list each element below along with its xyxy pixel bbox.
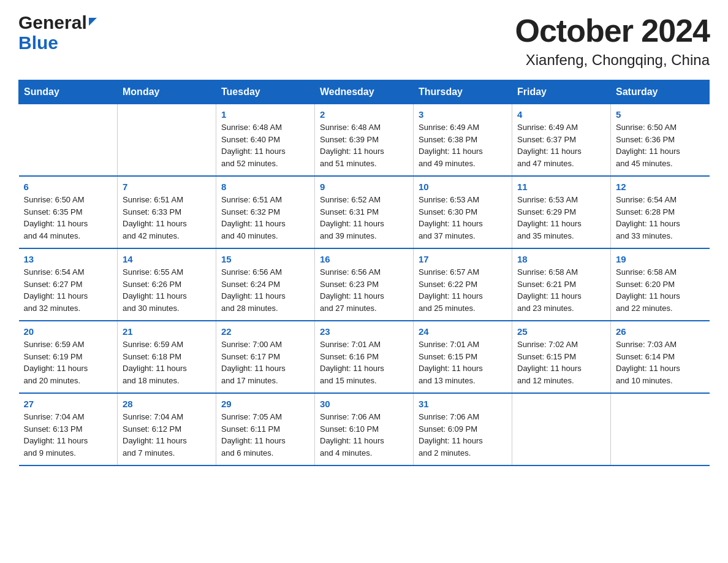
calendar-week-4: 20Sunrise: 6:59 AM Sunset: 6:19 PM Dayli… (19, 321, 710, 393)
calendar-cell: 19Sunrise: 6:58 AM Sunset: 6:20 PM Dayli… (611, 248, 710, 321)
day-info: Sunrise: 6:54 AM Sunset: 6:28 PM Dayligh… (616, 194, 705, 242)
calendar-cell (118, 104, 216, 177)
day-number: 30 (320, 399, 408, 409)
day-number: 15 (221, 254, 309, 264)
calendar-cell: 26Sunrise: 7:03 AM Sunset: 6:14 PM Dayli… (611, 321, 710, 393)
calendar-cell: 27Sunrise: 7:04 AM Sunset: 6:13 PM Dayli… (19, 393, 118, 465)
calendar-cell: 1Sunrise: 6:48 AM Sunset: 6:40 PM Daylig… (216, 104, 315, 177)
day-number: 22 (221, 326, 309, 337)
day-info: Sunrise: 7:06 AM Sunset: 6:10 PM Dayligh… (320, 411, 408, 459)
day-info: Sunrise: 7:01 AM Sunset: 6:15 PM Dayligh… (419, 339, 507, 386)
day-number: 24 (419, 326, 507, 337)
day-info: Sunrise: 6:48 AM Sunset: 6:39 PM Dayligh… (320, 121, 408, 169)
calendar-cell: 16Sunrise: 6:56 AM Sunset: 6:23 PM Dayli… (315, 248, 414, 321)
calendar-cell: 22Sunrise: 7:00 AM Sunset: 6:17 PM Dayli… (216, 321, 315, 393)
header-monday: Monday (118, 80, 216, 104)
calendar-cell: 21Sunrise: 6:59 AM Sunset: 6:18 PM Dayli… (118, 321, 216, 393)
calendar-cell: 17Sunrise: 6:57 AM Sunset: 6:22 PM Dayli… (414, 248, 512, 321)
day-number: 28 (123, 399, 211, 409)
day-info: Sunrise: 6:58 AM Sunset: 6:20 PM Dayligh… (616, 266, 705, 314)
logo: General Blue (18, 12, 97, 53)
header-thursday: Thursday (414, 80, 512, 104)
calendar-cell: 25Sunrise: 7:02 AM Sunset: 6:15 PM Dayli… (512, 321, 611, 393)
calendar-cell (611, 393, 710, 465)
day-number: 5 (616, 109, 705, 120)
calendar-cell: 24Sunrise: 7:01 AM Sunset: 6:15 PM Dayli… (414, 321, 512, 393)
day-number: 13 (24, 254, 113, 264)
day-info: Sunrise: 6:48 AM Sunset: 6:40 PM Dayligh… (221, 121, 309, 169)
day-info: Sunrise: 6:53 AM Sunset: 6:30 PM Dayligh… (419, 194, 507, 242)
day-info: Sunrise: 6:59 AM Sunset: 6:19 PM Dayligh… (24, 339, 113, 386)
day-info: Sunrise: 7:03 AM Sunset: 6:14 PM Dayligh… (616, 339, 705, 386)
day-info: Sunrise: 6:51 AM Sunset: 6:32 PM Dayligh… (221, 194, 309, 242)
day-number: 29 (221, 399, 309, 409)
day-info: Sunrise: 6:52 AM Sunset: 6:31 PM Dayligh… (320, 194, 408, 242)
day-number: 27 (24, 399, 113, 409)
day-number: 1 (221, 109, 309, 120)
calendar-cell: 7Sunrise: 6:51 AM Sunset: 6:33 PM Daylig… (118, 176, 216, 248)
calendar-cell: 31Sunrise: 7:06 AM Sunset: 6:09 PM Dayli… (414, 393, 512, 465)
day-number: 26 (616, 326, 705, 337)
day-number: 8 (221, 182, 309, 192)
day-number: 12 (616, 182, 705, 192)
page-subtitle: Xianfeng, Chongqing, China (515, 52, 710, 69)
calendar-cell: 29Sunrise: 7:05 AM Sunset: 6:11 PM Dayli… (216, 393, 315, 465)
calendar-cell: 13Sunrise: 6:54 AM Sunset: 6:27 PM Dayli… (19, 248, 118, 321)
calendar-cell: 18Sunrise: 6:58 AM Sunset: 6:21 PM Dayli… (512, 248, 611, 321)
header-wednesday: Wednesday (315, 80, 414, 104)
day-number: 10 (419, 182, 507, 192)
day-info: Sunrise: 6:56 AM Sunset: 6:24 PM Dayligh… (221, 266, 309, 314)
day-number: 4 (517, 109, 605, 120)
day-info: Sunrise: 6:50 AM Sunset: 6:36 PM Dayligh… (616, 121, 705, 169)
day-info: Sunrise: 6:58 AM Sunset: 6:21 PM Dayligh… (517, 266, 605, 314)
day-info: Sunrise: 7:00 AM Sunset: 6:17 PM Dayligh… (221, 339, 309, 386)
day-info: Sunrise: 6:56 AM Sunset: 6:23 PM Dayligh… (320, 266, 408, 314)
title-section: October 2024 Xianfeng, Chongqing, China (515, 12, 710, 69)
day-info: Sunrise: 6:53 AM Sunset: 6:29 PM Dayligh… (517, 194, 605, 242)
logo-general-text: General (18, 12, 87, 33)
day-number: 16 (320, 254, 408, 264)
header-tuesday: Tuesday (216, 80, 315, 104)
logo-triangle-icon (89, 18, 97, 26)
calendar-cell: 12Sunrise: 6:54 AM Sunset: 6:28 PM Dayli… (611, 176, 710, 248)
calendar-cell: 5Sunrise: 6:50 AM Sunset: 6:36 PM Daylig… (611, 104, 710, 177)
day-number: 18 (517, 254, 605, 264)
day-info: Sunrise: 7:06 AM Sunset: 6:09 PM Dayligh… (419, 411, 507, 459)
day-number: 6 (24, 182, 113, 192)
calendar-cell: 2Sunrise: 6:48 AM Sunset: 6:39 PM Daylig… (315, 104, 414, 177)
day-number: 3 (419, 109, 507, 120)
calendar-cell: 8Sunrise: 6:51 AM Sunset: 6:32 PM Daylig… (216, 176, 315, 248)
calendar-header-row: SundayMondayTuesdayWednesdayThursdayFrid… (19, 80, 710, 104)
calendar-cell (19, 104, 118, 177)
day-number: 14 (123, 254, 211, 264)
day-number: 17 (419, 254, 507, 264)
day-info: Sunrise: 6:50 AM Sunset: 6:35 PM Dayligh… (24, 194, 113, 242)
calendar-week-5: 27Sunrise: 7:04 AM Sunset: 6:13 PM Dayli… (19, 393, 710, 465)
day-info: Sunrise: 7:04 AM Sunset: 6:12 PM Dayligh… (123, 411, 211, 459)
calendar-cell: 9Sunrise: 6:52 AM Sunset: 6:31 PM Daylig… (315, 176, 414, 248)
page-title: October 2024 (515, 12, 710, 49)
page-header: General Blue October 2024 Xianfeng, Chon… (18, 12, 710, 69)
day-number: 25 (517, 326, 605, 337)
calendar-cell: 14Sunrise: 6:55 AM Sunset: 6:26 PM Dayli… (118, 248, 216, 321)
calendar-week-3: 13Sunrise: 6:54 AM Sunset: 6:27 PM Dayli… (19, 248, 710, 321)
day-info: Sunrise: 6:55 AM Sunset: 6:26 PM Dayligh… (123, 266, 211, 314)
calendar-cell: 11Sunrise: 6:53 AM Sunset: 6:29 PM Dayli… (512, 176, 611, 248)
day-info: Sunrise: 7:04 AM Sunset: 6:13 PM Dayligh… (24, 411, 113, 459)
day-info: Sunrise: 7:02 AM Sunset: 6:15 PM Dayligh… (517, 339, 605, 386)
calendar-cell: 15Sunrise: 6:56 AM Sunset: 6:24 PM Dayli… (216, 248, 315, 321)
calendar-cell: 6Sunrise: 6:50 AM Sunset: 6:35 PM Daylig… (19, 176, 118, 248)
day-number: 2 (320, 109, 408, 120)
day-number: 23 (320, 326, 408, 337)
day-info: Sunrise: 6:57 AM Sunset: 6:22 PM Dayligh… (419, 266, 507, 314)
day-number: 31 (419, 399, 507, 409)
calendar-cell: 4Sunrise: 6:49 AM Sunset: 6:37 PM Daylig… (512, 104, 611, 177)
day-number: 11 (517, 182, 605, 192)
calendar-week-1: 1Sunrise: 6:48 AM Sunset: 6:40 PM Daylig… (19, 104, 710, 177)
calendar-cell: 10Sunrise: 6:53 AM Sunset: 6:30 PM Dayli… (414, 176, 512, 248)
header-saturday: Saturday (611, 80, 710, 104)
day-info: Sunrise: 7:01 AM Sunset: 6:16 PM Dayligh… (320, 339, 408, 386)
day-number: 19 (616, 254, 705, 264)
day-info: Sunrise: 6:49 AM Sunset: 6:37 PM Dayligh… (517, 121, 605, 169)
logo-blue-text: Blue (18, 33, 58, 53)
